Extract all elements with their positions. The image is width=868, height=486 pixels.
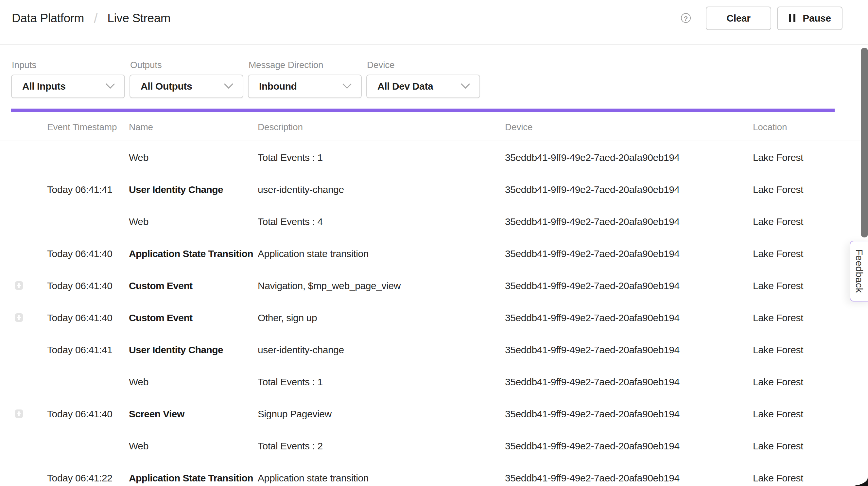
- filter-group-message-direction: Message Direction Inbound: [248, 45, 362, 98]
- event-timestamp: Today 06:41:40: [47, 408, 129, 419]
- scrollbar-thumb[interactable]: [861, 48, 868, 237]
- chevron-down-icon: [461, 83, 470, 89]
- top-bar: Data Platform / Live Stream ? Clear Paus…: [0, 0, 868, 45]
- event-timestamp: Today 06:41:22: [47, 472, 129, 483]
- event-description: Total Events : 4: [258, 216, 505, 227]
- col-location: Location: [753, 122, 868, 132]
- event-location: Lake Forest: [753, 344, 868, 355]
- event-timestamp: Today 06:41:40: [47, 312, 129, 323]
- breadcrumb: Data Platform / Live Stream: [12, 10, 170, 26]
- breadcrumb-data-platform[interactable]: Data Platform: [12, 11, 84, 26]
- filter-label-outputs: Outputs: [130, 59, 243, 70]
- expand-plus-icon[interactable]: [15, 281, 23, 290]
- event-name: Application State Transition: [129, 248, 258, 259]
- event-timestamp: Today 06:41:40: [47, 248, 129, 259]
- chevron-down-icon: [224, 83, 234, 89]
- filter-group-outputs: Outputs All Outputs: [129, 45, 243, 98]
- event-device: 35eddb41-9ff9-49e2-7aed-20afa90eb194: [505, 216, 753, 227]
- col-device: Device: [505, 122, 753, 132]
- table-row[interactable]: Today 06:41:41 User Identity Change user…: [0, 334, 868, 366]
- event-location: Lake Forest: [753, 376, 868, 387]
- event-location: Lake Forest: [753, 440, 868, 451]
- event-device: 35eddb41-9ff9-49e2-7aed-20afa90eb194: [505, 440, 753, 451]
- table-row[interactable]: Today 06:41:40 Screen View Signup Pagevi…: [0, 398, 868, 430]
- filter-group-device: Device All Dev Data: [366, 45, 480, 98]
- event-name: Custom Event: [129, 280, 258, 291]
- event-description: Total Events : 1: [258, 376, 505, 387]
- table-row[interactable]: Today 06:41:40 Custom Event Navigation, …: [0, 270, 868, 302]
- message-direction-select[interactable]: Inbound: [248, 74, 362, 98]
- pause-button[interactable]: Pause: [777, 6, 842, 30]
- event-name: Web: [129, 440, 258, 451]
- event-name: User Identity Change: [129, 344, 258, 355]
- event-timestamp: Today 06:41:41: [47, 344, 129, 355]
- table-row[interactable]: Web Total Events : 1 35eddb41-9ff9-49e2-…: [0, 366, 868, 398]
- table-row[interactable]: Web Total Events : 4 35eddb41-9ff9-49e2-…: [0, 205, 868, 238]
- device-select[interactable]: All Dev Data: [366, 74, 480, 98]
- filter-label-device: Device: [367, 59, 480, 70]
- expand-plus-icon[interactable]: [15, 409, 23, 418]
- filter-group-inputs: Inputs All Inputs: [11, 45, 125, 98]
- event-description: Other, sign up: [258, 312, 505, 323]
- breadcrumb-separator: /: [94, 10, 97, 26]
- events-table: Event Timestamp Name Description Device …: [0, 112, 868, 486]
- event-device: 35eddb41-9ff9-49e2-7aed-20afa90eb194: [505, 280, 753, 291]
- filter-label-message-direction: Message Direction: [249, 59, 362, 70]
- event-name: Web: [129, 376, 258, 387]
- event-device: 35eddb41-9ff9-49e2-7aed-20afa90eb194: [505, 376, 753, 387]
- inputs-selected-value: All Inputs: [22, 81, 66, 92]
- device-selected-value: All Dev Data: [377, 81, 433, 92]
- expand-plus-icon[interactable]: [15, 313, 23, 322]
- event-device: 35eddb41-9ff9-49e2-7aed-20afa90eb194: [505, 152, 753, 163]
- event-description: Navigation, $mp_web_page_view: [258, 280, 505, 291]
- event-name: Application State Transition: [129, 472, 258, 483]
- outputs-select[interactable]: All Outputs: [129, 74, 243, 98]
- event-device: 35eddb41-9ff9-49e2-7aed-20afa90eb194: [505, 184, 753, 195]
- event-name: Web: [129, 152, 258, 163]
- breadcrumb-live-stream: Live Stream: [107, 11, 170, 26]
- event-device: 35eddb41-9ff9-49e2-7aed-20afa90eb194: [505, 472, 753, 483]
- event-description: Application state transition: [258, 248, 505, 259]
- filter-label-inputs: Inputs: [12, 59, 125, 70]
- chat-bubble-button[interactable]: [850, 478, 868, 486]
- event-name: User Identity Change: [129, 184, 258, 195]
- col-event-timestamp: Event Timestamp: [47, 122, 129, 132]
- chevron-down-icon: [105, 83, 115, 89]
- event-description: Total Events : 1: [258, 152, 505, 163]
- outputs-selected-value: All Outputs: [141, 81, 192, 92]
- event-location: Lake Forest: [753, 312, 868, 323]
- table-row[interactable]: Today 06:41:40 Application State Transit…: [0, 238, 868, 270]
- table-row[interactable]: Web Total Events : 1 35eddb41-9ff9-49e2-…: [0, 141, 868, 173]
- col-description: Description: [258, 122, 505, 132]
- table-body: Web Total Events : 1 35eddb41-9ff9-49e2-…: [0, 141, 868, 486]
- event-description: Signup Pageview: [258, 408, 505, 419]
- clear-button[interactable]: Clear: [706, 6, 771, 30]
- filters-bar: Inputs All Inputs Outputs All Outputs Me…: [0, 45, 868, 98]
- event-device: 35eddb41-9ff9-49e2-7aed-20afa90eb194: [505, 248, 753, 259]
- table-header-row: Event Timestamp Name Description Device …: [0, 112, 868, 142]
- event-device: 35eddb41-9ff9-49e2-7aed-20afa90eb194: [505, 408, 753, 419]
- event-description: Total Events : 2: [258, 440, 505, 451]
- table-row[interactable]: Today 06:41:22 Application State Transit…: [0, 462, 868, 486]
- event-timestamp: Today 06:41:40: [47, 280, 129, 291]
- help-icon[interactable]: ?: [681, 13, 691, 23]
- event-description: user-identity-change: [258, 344, 505, 355]
- event-description: Application state transition: [258, 472, 505, 483]
- inputs-select[interactable]: All Inputs: [11, 74, 125, 98]
- table-row[interactable]: Today 06:41:41 User Identity Change user…: [0, 173, 868, 205]
- event-description: user-identity-change: [258, 184, 505, 195]
- event-timestamp: Today 06:41:41: [47, 184, 129, 195]
- table-row[interactable]: Web Total Events : 2 35eddb41-9ff9-49e2-…: [0, 430, 868, 462]
- pause-label: Pause: [803, 13, 831, 24]
- feedback-tab[interactable]: Feedback: [850, 240, 868, 302]
- col-name: Name: [129, 122, 258, 132]
- event-location: Lake Forest: [753, 152, 868, 163]
- event-location: Lake Forest: [753, 408, 868, 419]
- table-row[interactable]: Today 06:41:40 Custom Event Other, sign …: [0, 302, 868, 334]
- live-stream-page: Data Platform / Live Stream ? Clear Paus…: [0, 0, 868, 486]
- stream-active-bar: [11, 109, 835, 112]
- event-location: Lake Forest: [753, 216, 868, 227]
- event-location: Lake Forest: [753, 184, 868, 195]
- chevron-down-icon: [342, 83, 352, 89]
- event-device: 35eddb41-9ff9-49e2-7aed-20afa90eb194: [505, 312, 753, 323]
